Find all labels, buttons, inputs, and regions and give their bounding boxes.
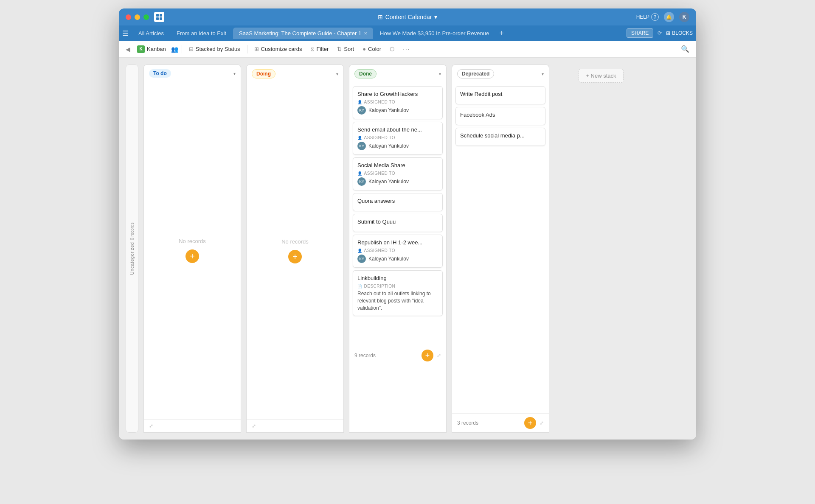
- card-social-media[interactable]: Social Media Share 👤 ASSIGNED TO KY Kalo…: [353, 157, 443, 190]
- title-grid-icon: ⊞: [378, 14, 383, 20]
- share-button[interactable]: SHARE: [627, 28, 653, 38]
- titlebar-right: HELP ? 🔔 K: [636, 12, 689, 22]
- deprecated-chevron-icon[interactable]: ▾: [542, 72, 544, 76]
- toolbar-separator-2: [247, 45, 247, 53]
- minimize-button[interactable]: [135, 14, 140, 20]
- close-button[interactable]: [126, 14, 131, 20]
- history-icon[interactable]: ⟳: [658, 30, 662, 36]
- done-status-badge: Done: [354, 69, 377, 78]
- person-icon: 👤: [357, 100, 363, 104]
- done-footer: 9 records + ⤢: [349, 346, 446, 365]
- card-republish[interactable]: Republish on IH 1-2 wee... 👤 ASSIGNED TO…: [353, 235, 443, 268]
- color-item[interactable]: ● Color: [359, 44, 385, 54]
- add-tab-button[interactable]: +: [496, 29, 507, 38]
- done-add-button[interactable]: +: [422, 350, 433, 361]
- doing-chevron-icon[interactable]: ▾: [336, 72, 338, 76]
- column-doing-header: Doing ▾: [246, 64, 344, 83]
- todo-no-records: No records +: [147, 85, 237, 416]
- deprecated-column-body: Write Reddit post Facebook Ads Schedule …: [452, 83, 549, 433]
- tab-from-idea[interactable]: From an Idea to Exit: [171, 28, 232, 39]
- sort-icon: ⇅: [337, 46, 342, 52]
- new-stack-button[interactable]: + New stack: [579, 69, 623, 83]
- card-facebook-ads[interactable]: Facebook Ads: [455, 107, 545, 125]
- customize-icon: ⊞: [254, 46, 259, 52]
- todo-expand-icon[interactable]: ⤢: [149, 423, 153, 429]
- doing-column-body: No records + ⤢: [246, 83, 344, 433]
- deprecated-add-button[interactable]: +: [524, 417, 536, 429]
- doing-expand-icon[interactable]: ⤢: [252, 423, 256, 429]
- column-done: Done ▾ Share to GrowthHackers 👤 ASSIGNED…: [349, 64, 447, 433]
- person-icon-2: 👤: [357, 136, 363, 140]
- notification-bell-icon[interactable]: 🔔: [664, 12, 674, 22]
- todo-chevron-icon[interactable]: ▾: [233, 71, 236, 76]
- doing-add-button[interactable]: +: [288, 250, 302, 263]
- todo-column-content: No records +: [144, 82, 241, 419]
- svg-rect-2: [156, 17, 159, 20]
- tab-saas-marketing[interactable]: SaaS Marketing: The Complete Guide - Cha…: [233, 28, 373, 39]
- card-quuu[interactable]: Submit to Quuu: [353, 214, 443, 232]
- card-assignee-3: KY Kaloyan Yankulov: [357, 177, 438, 186]
- card-assignee: KY Kaloyan Yankulov: [357, 106, 438, 115]
- titlebar: ⊞ Content Calendar ▾ HELP ? 🔔 K: [119, 8, 696, 25]
- customize-cards-item[interactable]: ⊞ Customize cards: [251, 44, 306, 54]
- card-share-growthhackers[interactable]: Share to GrowthHackers 👤 ASSIGNED TO KY …: [353, 86, 443, 119]
- description-label: 📄 DESCRIPTION: [357, 284, 438, 288]
- card-send-email[interactable]: Send email about the ne... 👤 ASSIGNED TO…: [353, 122, 443, 155]
- blocks-icon: ⊞: [666, 30, 670, 36]
- doing-column-content: No records +: [247, 83, 343, 419]
- user-avatar[interactable]: K: [679, 12, 689, 22]
- column-done-header: Done ▾: [349, 64, 447, 83]
- person-icon-3: 👤: [357, 171, 363, 176]
- tab-all-articles[interactable]: All Articles: [132, 28, 170, 39]
- card-linkbuilding[interactable]: Linkbuilding 📄 DESCRIPTION Reach out to …: [353, 270, 443, 316]
- kanban-view-item[interactable]: K Kanban: [134, 44, 169, 55]
- tab-close-icon[interactable]: ✕: [364, 31, 367, 36]
- person-icon-6: 👤: [357, 249, 363, 253]
- card-assigned-label-6: 👤 ASSIGNED TO: [357, 248, 438, 253]
- assignee-avatar-3: KY: [357, 177, 366, 186]
- column-deprecated-header: Deprecated ▾: [452, 64, 549, 83]
- uncategorized-sidebar: Uncategorized 0 records: [126, 64, 138, 433]
- doing-footer: ⤢: [247, 419, 343, 432]
- collapse-icon[interactable]: ◀: [126, 46, 130, 53]
- assignee-avatar-6: KY: [357, 255, 366, 263]
- blocks-button[interactable]: ⊞ BLOCKS: [666, 30, 693, 36]
- todo-add-button[interactable]: +: [185, 249, 199, 263]
- tab-how-we-made[interactable]: How We Made $3,950 In Pre-order Revenue: [374, 28, 495, 39]
- card-assigned-label: 👤 ASSIGNED TO: [357, 100, 438, 104]
- title-dropdown-icon[interactable]: ▾: [434, 14, 437, 20]
- filter-item[interactable]: ⧖ Filter: [307, 44, 332, 54]
- more-options-item[interactable]: ···: [399, 44, 413, 55]
- deprecated-column-content: Write Reddit post Facebook Ads Schedule …: [452, 83, 549, 413]
- help-button[interactable]: HELP ?: [636, 13, 659, 21]
- maximize-button[interactable]: [143, 14, 149, 20]
- deprecated-expand-icon[interactable]: ⤢: [540, 420, 544, 426]
- assignee-avatar-2: KY: [357, 142, 366, 150]
- sidebar-label: Uncategorized 0 records: [126, 65, 138, 432]
- description-icon: 📄: [357, 284, 363, 288]
- doing-status-badge: Doing: [252, 69, 275, 78]
- done-chevron-icon[interactable]: ▾: [439, 72, 441, 76]
- sort-item[interactable]: ⇅ Sort: [334, 44, 357, 54]
- export-item[interactable]: ⬡: [386, 44, 398, 54]
- card-quora[interactable]: Quora answers: [353, 193, 443, 211]
- deprecated-status-badge: Deprecated: [457, 69, 494, 78]
- deprecated-footer: 3 records + ⤢: [452, 413, 549, 432]
- toolbar: ◀ K Kanban 👥 ⊟ Stacked by Status ⊞ Custo…: [119, 41, 696, 58]
- card-schedule-social[interactable]: Schedule social media p...: [455, 128, 545, 146]
- people-icon: 👥: [171, 46, 178, 53]
- stacked-by-status-item[interactable]: ⊟ Stacked by Status: [185, 44, 244, 54]
- column-todo: To do ▾ No records + ⤢: [143, 64, 241, 433]
- done-expand-icon[interactable]: ⤢: [437, 353, 441, 358]
- todo-footer: ⤢: [144, 419, 241, 432]
- card-reddit[interactable]: Write Reddit post: [455, 86, 545, 104]
- card-assigned-label-2: 👤 ASSIGNED TO: [357, 135, 438, 140]
- search-icon[interactable]: 🔍: [681, 45, 689, 53]
- svg-rect-3: [160, 17, 162, 20]
- app-window: ⊞ Content Calendar ▾ HELP ? 🔔 K ☰ All Ar…: [119, 8, 696, 440]
- column-deprecated: Deprecated ▾ Write Reddit post Facebook …: [452, 64, 549, 433]
- column-doing: Doing ▾ No records + ⤢: [246, 64, 344, 433]
- hamburger-menu-icon[interactable]: ☰: [122, 29, 128, 37]
- doing-no-records: No records +: [250, 86, 340, 416]
- done-column-body: Share to GrowthHackers 👤 ASSIGNED TO KY …: [349, 83, 447, 433]
